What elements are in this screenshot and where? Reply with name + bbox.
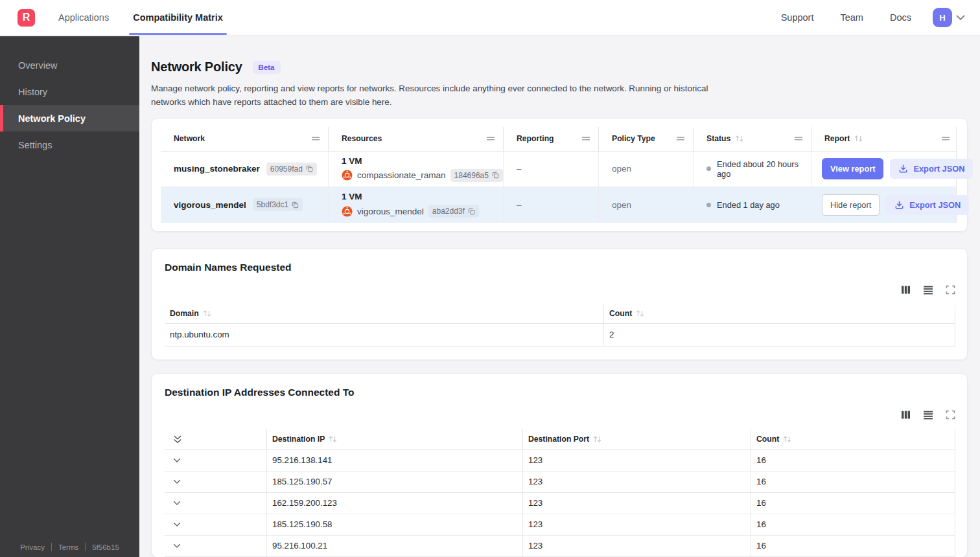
nav-links: Support Team Docs: [781, 12, 911, 23]
policy-type-cell: open: [598, 152, 693, 187]
footer-divider: [85, 543, 86, 551]
nav-tab-compatibility-matrix[interactable]: Compatibility Matrix: [133, 0, 223, 35]
copy-icon[interactable]: [292, 201, 299, 209]
sort-icon[interactable]: [735, 135, 743, 142]
view-report-button[interactable]: View report: [822, 158, 883, 179]
sort-icon[interactable]: [593, 435, 601, 443]
network-name-cell: vigorous_mendel 5bdf3dc1: [161, 187, 328, 223]
expand-all-button[interactable]: [165, 429, 266, 449]
column-menu-icon[interactable]: [486, 136, 495, 141]
status-cell: Ended about 20 hours ago: [693, 152, 811, 187]
destination-ip-cell: 185.125.190.57: [266, 472, 522, 492]
sort-icon[interactable]: [854, 135, 863, 142]
nav-link-docs[interactable]: Docs: [890, 12, 911, 23]
rows-icon[interactable]: [923, 411, 933, 420]
fullscreen-icon[interactable]: [946, 410, 955, 420]
report-actions-cell: Hide report Export JSON: [811, 187, 958, 223]
column-header-report[interactable]: Report: [811, 127, 958, 151]
count-cell: 16: [751, 514, 955, 535]
ubuntu-icon: [342, 206, 353, 217]
column-header-destination-port[interactable]: Destination Port: [522, 429, 751, 449]
column-header-policy-type[interactable]: Policy Type: [598, 127, 693, 151]
ips-table-header: Destination IP Destination Port Count: [165, 429, 955, 450]
ips-card-title: Destination IP Addresses Connected To: [165, 387, 955, 398]
resource-id-badge: 184696a5: [450, 169, 503, 182]
copy-icon[interactable]: [306, 165, 313, 172]
sidebar-item-network-policy[interactable]: Network Policy: [0, 105, 139, 131]
ips-table: Destination IP Destination Port Count 95…: [165, 429, 955, 557]
column-menu-icon[interactable]: [794, 136, 803, 141]
ip-row[interactable]: 95.216.100.21 123 16: [165, 536, 955, 557]
nav-link-team[interactable]: Team: [840, 12, 863, 23]
user-menu[interactable]: H: [933, 8, 965, 27]
domains-table: Domain Count ntp.ubuntu.com 2: [165, 304, 955, 347]
column-menu-icon[interactable]: [581, 136, 590, 141]
main-content: Network Policy Beta Manage network polic…: [139, 36, 980, 557]
column-header-network[interactable]: Network: [161, 127, 328, 151]
columns-icon[interactable]: [901, 285, 911, 295]
column-header-reporting[interactable]: Reporting: [503, 127, 598, 151]
app-logo[interactable]: R: [18, 9, 35, 27]
reporting-cell: –: [503, 152, 598, 187]
network-row-musing-stonebraker[interactable]: musing_stonebraker 60959fad 1 VM compass…: [161, 152, 956, 187]
export-json-button[interactable]: Export JSON: [890, 159, 973, 179]
beta-badge: Beta: [253, 61, 281, 74]
destination-ip-cell: 95.216.138.141: [266, 450, 522, 471]
hide-report-button[interactable]: Hide report: [822, 194, 880, 216]
sidebar-item-overview[interactable]: Overview: [0, 52, 139, 78]
rows-icon[interactable]: [923, 286, 933, 295]
avatar[interactable]: H: [933, 8, 952, 27]
column-menu-icon[interactable]: [311, 136, 320, 141]
networks-card: Network Resources Reporting Policy Type …: [151, 118, 968, 232]
domains-card: Domain Names Requested Domain Count ntp.…: [151, 248, 968, 360]
copy-icon[interactable]: [468, 208, 475, 215]
domain-row[interactable]: ntp.ubuntu.com 2: [165, 324, 955, 347]
row-expander[interactable]: [165, 450, 266, 471]
nav-link-support[interactable]: Support: [781, 12, 814, 23]
sort-icon[interactable]: [783, 435, 791, 443]
columns-icon[interactable]: [901, 410, 911, 420]
nav-tab-applications[interactable]: Applications: [58, 0, 109, 35]
sort-icon[interactable]: [636, 310, 644, 317]
column-header-count[interactable]: Count: [751, 429, 955, 449]
column-header-status[interactable]: Status: [693, 127, 811, 151]
row-expander[interactable]: [165, 472, 266, 492]
network-id-badge: 60959fad: [266, 163, 317, 176]
fullscreen-icon[interactable]: [946, 285, 955, 295]
count-cell: 2: [603, 324, 955, 346]
terms-link[interactable]: Terms: [58, 543, 78, 551]
sort-icon[interactable]: [329, 435, 337, 443]
ips-toolbar: [165, 409, 955, 421]
column-menu-icon[interactable]: [941, 136, 950, 141]
resources-cell: 1 VM compassionate_raman 184696a5: [328, 152, 503, 187]
ip-row[interactable]: 185.125.190.57 123 16: [165, 472, 955, 493]
column-menu-icon[interactable]: [676, 136, 685, 141]
domains-card-title: Domain Names Requested: [165, 262, 955, 273]
ip-row[interactable]: 185.125.190.58 123 16: [165, 514, 955, 536]
network-row-vigorous-mendel[interactable]: vigorous_mendel 5bdf3dc1 1 VM vigorous_m…: [161, 187, 956, 223]
privacy-link[interactable]: Privacy: [20, 543, 45, 551]
domains-toolbar: [165, 284, 955, 296]
sidebar-item-history[interactable]: History: [0, 78, 139, 105]
ip-row[interactable]: 95.216.138.141 123 16: [165, 450, 955, 472]
resources-cell: 1 VM vigorous_mendel aba2dd3f: [328, 187, 503, 223]
row-expander[interactable]: [165, 493, 266, 514]
destination-ip-cell: 95.216.100.21: [266, 536, 522, 556]
row-expander[interactable]: [165, 514, 266, 535]
export-json-button[interactable]: Export JSON: [886, 195, 969, 215]
column-header-resources[interactable]: Resources: [328, 127, 503, 151]
destination-ips-card: Destination IP Addresses Connected To De…: [151, 373, 968, 557]
networks-table-header: Network Resources Reporting Policy Type …: [161, 127, 956, 152]
ip-row[interactable]: 162.159.200.123 123 16: [165, 493, 955, 514]
network-id-badge: 5bdf3dc1: [253, 198, 303, 211]
row-expander[interactable]: [165, 536, 266, 556]
copy-icon[interactable]: [492, 172, 499, 179]
sort-icon[interactable]: [203, 310, 211, 317]
report-actions-cell: View report Export JSON: [811, 152, 958, 187]
column-header-count[interactable]: Count: [603, 304, 955, 323]
destination-ip-cell: 185.125.190.58: [266, 514, 522, 535]
column-header-domain[interactable]: Domain: [165, 304, 603, 323]
column-header-destination-ip[interactable]: Destination IP: [266, 429, 522, 449]
double-chevron-down-icon: [173, 435, 182, 444]
sidebar-item-settings[interactable]: Settings: [0, 131, 139, 158]
